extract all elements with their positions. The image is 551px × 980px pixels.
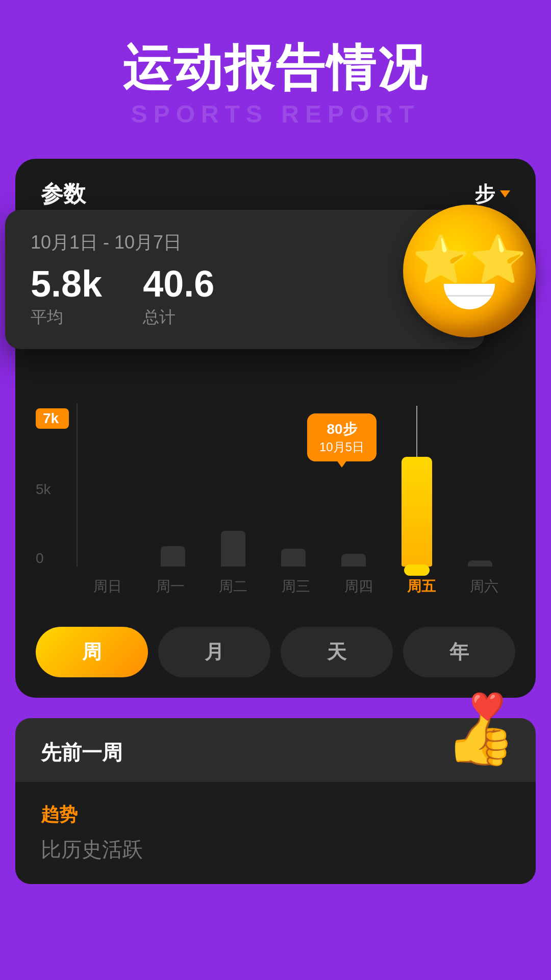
trend-card: 趋势 比历史活跃 [15,782,536,884]
bar-tooltip-line [416,406,417,457]
unit-label: 步 [474,180,495,208]
emoji-teeth [444,284,495,297]
chevron-down-icon[interactable] [500,190,510,198]
y-axis: 7k 5k 0 [36,403,77,567]
bar-2 [221,531,245,567]
stats-row: 5.8k 平均 40.6 总计 [31,265,459,329]
trend-label: 趋势 [41,802,510,827]
bar-group-3 [281,549,306,567]
bar-group-6 [468,560,492,567]
x-label-1: 周一 [139,577,202,596]
thumbs-up-emoji: ❤️ 👍 [445,708,515,764]
date-range: 10月1日 - 10月7日 [31,230,459,255]
page-subtitle: SPORTS REPORT [20,100,531,128]
x-label-2: 周二 [202,577,265,596]
unit-selector[interactable]: 步 [474,180,510,208]
x-label-4: 周四 [327,577,390,596]
bar-chart [77,403,515,567]
avg-label: 平均 [31,306,102,329]
x-labels: 周日 周一 周二 周三 周四 周五 周六 [36,567,515,596]
purple-section: 先前一周 ❤️ 👍 趋势 比历史活跃 [0,698,551,904]
bar-3 [281,549,306,567]
chart-area: 80步 10月5日 7k 5k 0 [15,388,536,611]
bar-group-1 [161,546,185,567]
chart-wrapper: 7k 5k 0 [36,403,515,567]
filter-month-button[interactable]: 月 [158,627,270,677]
star-left-icon: ⭐ [412,233,469,286]
prev-week-section: 先前一周 ❤️ 👍 [15,718,536,782]
x-label-6: 周六 [453,577,515,596]
main-card: 参数 步 10月1日 - 10月7日 5.8k 平均 40.6 总计 ⭐ ⭐ [15,159,536,698]
bar-group-2 [221,531,245,567]
params-label: 参数 [41,179,86,209]
y-label-0: 0 [36,550,69,567]
header-section: 运动报告情况 SPORTS REPORT [0,0,551,149]
prev-week-label: 先前一周 [41,741,122,764]
emoji-mouth [444,284,495,309]
filter-buttons: 周 月 天 年 [15,611,536,698]
y-label-5k: 5k [36,481,69,498]
filter-year-button[interactable]: 年 [403,627,515,677]
page-title: 运动报告情况 [20,41,531,95]
filter-day-button[interactable]: 天 [281,627,393,677]
heart-icon: ❤️ [470,693,505,721]
bar-1 [161,546,185,567]
emoji-face: ⭐ ⭐ [403,205,536,337]
x-label-3: 周三 [265,577,328,596]
total-label: 总计 [143,306,214,329]
bar-group-4 [341,554,366,567]
bar-5-base [404,565,430,576]
y-label-7k: 7k [36,408,69,429]
star-right-icon: ⭐ [469,233,527,286]
bar-4 [341,554,366,567]
bar-5-active [402,457,432,567]
total-stat: 40.6 总计 [143,265,214,329]
bar-6 [468,560,492,567]
trend-content: 比历史活跃 [41,836,510,864]
filter-week-button[interactable]: 周 [36,627,148,677]
avg-value: 5.8k [31,265,102,302]
x-label-5-active: 周五 [390,577,453,596]
x-label-0: 周日 [77,577,139,596]
total-value: 40.6 [143,265,214,302]
emoji-star-eyes: ⭐ ⭐ [403,205,546,348]
avg-stat: 5.8k 平均 [31,265,102,329]
bar-group-5 [402,457,432,567]
